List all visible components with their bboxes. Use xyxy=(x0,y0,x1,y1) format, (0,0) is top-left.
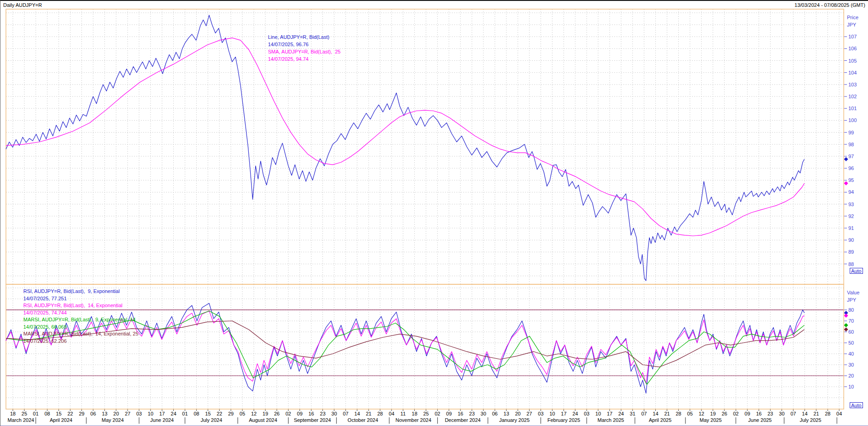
date-tick-label: 24 xyxy=(171,411,176,416)
date-tick-label: 29 xyxy=(79,411,85,416)
month-label: December 2024 xyxy=(445,417,481,423)
date-tick-label: 31 xyxy=(630,411,635,416)
date-tick-label: 09 xyxy=(446,411,452,416)
date-tick-label: 26 xyxy=(274,411,279,416)
date-tick-label: 28 xyxy=(377,411,383,416)
price-axis-tick-label: 102 xyxy=(848,94,857,99)
value-axis-tick-label: 70 xyxy=(848,318,854,324)
date-tick-label: 03 xyxy=(136,411,142,416)
date-tick-label: 15 xyxy=(205,411,211,416)
date-tick-label: 21 xyxy=(814,411,819,416)
value-axis-title: Value xyxy=(847,290,859,295)
price-axis-tick-label: 92 xyxy=(848,213,854,219)
date-tick-label: 08 xyxy=(193,411,199,416)
last-value-marker xyxy=(844,157,848,161)
price-axis-tick-label: 91 xyxy=(848,225,854,231)
month-label: August 2024 xyxy=(249,417,277,423)
series-sma_line xyxy=(6,38,804,236)
value-axis-tick-label: 20 xyxy=(848,373,854,378)
date-tick-label: 16 xyxy=(458,411,463,416)
rsi-legend-series4-value: 14/07/2025, 62.206 xyxy=(23,338,139,345)
date-tick-label: 22 xyxy=(67,411,73,416)
price-axis-tick-label: 105 xyxy=(848,58,857,64)
month-label: April 2024 xyxy=(50,417,73,423)
value-axis-tick-label: 80 xyxy=(848,307,854,313)
chart-window: Daily AUDJPY=R 13/03/2024 - 07/08/2025 (… xyxy=(0,0,868,426)
value-axis-tick-label: 30 xyxy=(848,362,854,367)
month-label: March 2024 xyxy=(8,417,34,423)
date-tick-label: 17 xyxy=(159,411,165,416)
date-tick-label: 16 xyxy=(756,411,761,416)
date-tick-label: 04 xyxy=(389,411,394,416)
price-axis-tick-label: 98 xyxy=(848,142,854,147)
date-tick-label: 05 xyxy=(687,411,693,416)
value-axis-tick-label: 50 xyxy=(848,340,854,346)
value-axis-title: JPY xyxy=(847,297,856,303)
rsi-legend-series4-name: MARSI, AUDJPY=R, Bid(Last), 14, Exponent… xyxy=(23,330,139,338)
rsi-legend-series1-name: RSI, AUDJPY=R, Bid(Last), 9, Exponential xyxy=(23,288,139,295)
date-tick-label: 17 xyxy=(607,411,612,416)
date-tick-label: 12 xyxy=(251,411,257,416)
date-tick-label: 23 xyxy=(320,411,326,416)
date-tick-label: 01 xyxy=(182,411,188,416)
month-label: June 2025 xyxy=(748,417,772,423)
month-label: March 2025 xyxy=(598,417,624,423)
date-tick-label: 11 xyxy=(401,411,406,416)
date-tick-label: 24 xyxy=(618,411,624,416)
date-tick-label: 01 xyxy=(33,411,38,416)
date-tick-label: 28 xyxy=(675,411,681,416)
price-axis-tick-label: 94 xyxy=(848,189,854,195)
date-tick-label: 14 xyxy=(354,411,360,416)
price-axis-tick-label: 97 xyxy=(848,154,854,159)
date-tick-label: 10 xyxy=(549,411,555,416)
value-axis-tick-label: 40 xyxy=(848,351,854,357)
month-label: April 2025 xyxy=(649,417,672,423)
date-tick-label: 20 xyxy=(515,411,520,416)
date-tick-label: 13 xyxy=(102,411,107,416)
date-tick-label: 09 xyxy=(745,411,750,416)
month-label: September 2024 xyxy=(294,417,331,423)
date-tick-label: 05 xyxy=(240,411,245,416)
value-axis-auto-button[interactable]: Auto xyxy=(850,402,863,408)
date-tick-label: 15 xyxy=(56,411,61,416)
date-tick-label: 16 xyxy=(308,411,314,416)
month-label: May 2024 xyxy=(102,417,123,423)
month-label: May 2025 xyxy=(700,417,722,423)
date-tick-label: 21 xyxy=(366,411,371,416)
price-and-rsi-chart[interactable] xyxy=(0,1,868,426)
date-tick-label: 07 xyxy=(790,411,796,416)
price-axis-tick-label: 106 xyxy=(848,46,857,51)
date-tick-label: 14 xyxy=(653,411,658,416)
date-tick-label: 10 xyxy=(595,411,601,416)
date-tick-label: 03 xyxy=(538,411,543,416)
price-axis-tick-label: 103 xyxy=(848,82,857,87)
date-tick-label: 07 xyxy=(641,411,647,416)
rsi-legend-series1-value: 14/07/2025, 77.251 xyxy=(23,295,139,303)
last-value-marker xyxy=(844,181,848,186)
date-tick-label: 07 xyxy=(343,411,348,416)
month-label: October 2024 xyxy=(348,417,378,423)
date-tick-label: 28 xyxy=(825,411,830,416)
series-price_line xyxy=(6,15,804,281)
date-tick-label: 09 xyxy=(297,411,302,416)
date-tick-label: 30 xyxy=(481,411,486,416)
date-tick-label: 30 xyxy=(332,411,337,416)
date-tick-label: 18 xyxy=(10,411,16,416)
date-tick-label: 04 xyxy=(836,411,842,416)
value-axis-tick-label: 60 xyxy=(848,329,854,335)
price-axis-auto-button[interactable]: Auto xyxy=(850,268,863,274)
price-axis-tick-label: 96 xyxy=(848,165,854,171)
price-axis-tick-label: 93 xyxy=(848,202,854,207)
main-legend-series2-value: 14/07/2025, 94.74 xyxy=(268,55,341,63)
date-tick-label: 20 xyxy=(113,411,119,416)
price-axis-tick-label: 99 xyxy=(848,130,854,135)
month-label: June 2024 xyxy=(150,417,174,423)
month-label: July 2025 xyxy=(800,417,821,423)
main-panel-border xyxy=(6,9,844,284)
date-tick-label: 19 xyxy=(710,411,716,416)
last-value-marker xyxy=(844,323,848,327)
date-tick-label: 03 xyxy=(584,411,589,416)
date-tick-label: 29 xyxy=(228,411,234,416)
date-tick-label: 02 xyxy=(434,411,440,416)
price-axis-tick-label: 100 xyxy=(848,117,857,123)
